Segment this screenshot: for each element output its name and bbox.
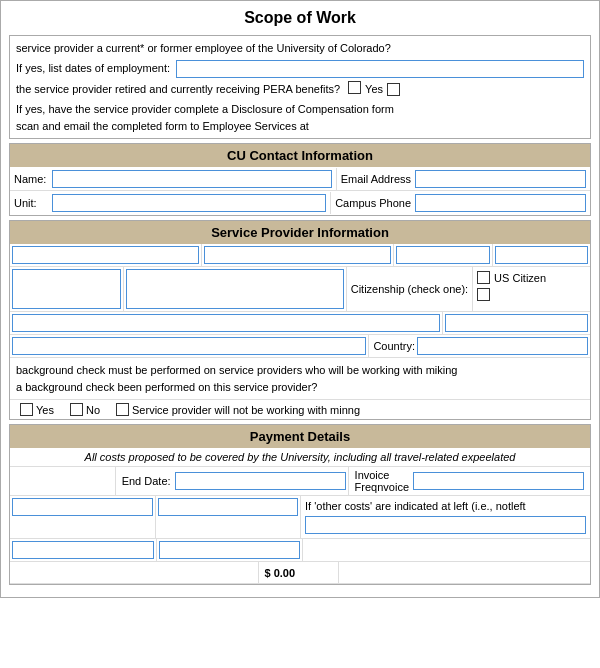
bg-yes-label: Yes [36, 404, 54, 416]
sp-cell9 [10, 335, 369, 357]
employment-row: If yes, list dates of employment: [16, 60, 584, 78]
invoice-label: Invoice Freqnvoice [355, 469, 409, 493]
bg-yes-checkbox[interactable] [20, 403, 33, 416]
invoice-input[interactable] [413, 472, 584, 490]
sp-field8[interactable] [445, 314, 588, 332]
phone-right: Campus Phone [330, 192, 590, 214]
total-amount: $ 0.00 [259, 562, 339, 583]
country-input[interactable] [417, 337, 588, 355]
pera-yes-checkbox[interactable] [348, 81, 361, 94]
name-label: Name: [10, 171, 50, 187]
sp-cell2 [202, 244, 394, 266]
sp-cell8 [443, 312, 590, 334]
bg-check-note: background check must be performed on se… [10, 358, 590, 400]
bg-no-checkbox[interactable] [70, 403, 83, 416]
us-citizen-cell: US Citizen [473, 267, 590, 311]
pera-no-checkbox[interactable] [387, 83, 400, 96]
intro-line1: service provider a current* or former em… [16, 40, 584, 57]
bg-not-working-wrap: Service provider will not be working wit… [116, 403, 360, 416]
page: Scope of Work service provider a current… [0, 0, 600, 598]
citizenship-cell: Citizenship (check one): [347, 267, 473, 311]
sp-row4: Country: [10, 335, 590, 358]
sp-options-row: Yes No Service provider will not be work… [10, 400, 590, 419]
cost-cell1 [10, 496, 156, 538]
email-label: Email Address [341, 173, 411, 185]
total-spacer [10, 562, 259, 583]
country-cell: Country: [369, 335, 590, 357]
sp-row2: Citizenship (check one): US Citizen [10, 267, 590, 312]
sp-row3 [10, 312, 590, 335]
pera-row: the service provider retired and current… [16, 81, 584, 99]
citizenship-label: Citizenship (check one): [351, 283, 468, 295]
sp-field7[interactable] [12, 314, 440, 332]
name-input[interactable] [52, 170, 331, 188]
name-row: Name: Email Address [10, 167, 590, 191]
cu-contact-header: CU Contact Information [10, 144, 590, 167]
cost-row2 [10, 539, 590, 562]
end-date-input-cell: End Date: [116, 467, 349, 495]
sp-tall-cell [10, 267, 124, 311]
other-costs-input[interactable] [305, 516, 586, 534]
cost-input3[interactable] [12, 541, 154, 559]
bg-not-working-checkbox[interactable] [116, 403, 129, 416]
payment-section: Payment Details All costs proposed to be… [9, 424, 591, 585]
employment-dates-input[interactable] [176, 60, 584, 78]
invoice-cell: Invoice Freqnvoice [349, 467, 590, 495]
sp-cell1 [10, 244, 202, 266]
email-input[interactable] [415, 170, 586, 188]
cost-input4[interactable] [159, 541, 301, 559]
payment-date-row: End Date: Invoice Freqnvoice [10, 467, 590, 496]
sp-field2[interactable] [204, 246, 391, 264]
payment-header: Payment Details [10, 425, 590, 448]
sp-cell6 [124, 267, 347, 311]
service-provider-section: Service Provider Information [9, 220, 591, 420]
us-citizen-checkbox[interactable] [477, 271, 490, 284]
employment-label: If yes, list dates of employment: [16, 60, 170, 77]
us-citizen-label: US Citizen [494, 272, 546, 284]
disclosure-line2: scan and email the completed form to Emp… [16, 118, 584, 135]
page-title: Scope of Work [9, 9, 591, 27]
end-date-input[interactable] [175, 472, 346, 490]
cost-cell4 [157, 539, 304, 561]
cost-cell3 [10, 539, 157, 561]
email-right: Email Address [336, 168, 590, 190]
bg-not-working-label: Service provider will not be working wit… [132, 404, 360, 416]
yes-label: Yes [365, 81, 383, 98]
cost-input1[interactable] [12, 498, 153, 516]
spacer-cell [303, 539, 590, 561]
pera-text: the service provider retired and current… [16, 81, 340, 98]
cost-row1: If 'other costs' are indicated at left (… [10, 496, 590, 539]
bg-note-line1: background check must be performed on se… [16, 362, 584, 379]
unit-input[interactable] [52, 194, 326, 212]
cost-input2[interactable] [158, 498, 299, 516]
sp-field9[interactable] [12, 337, 366, 355]
payment-subtitle: All costs proposed to be covered by the … [10, 448, 590, 467]
bg-no-label: No [86, 404, 100, 416]
bg-yes-wrap: Yes [20, 403, 54, 416]
intro-section: service provider a current* or former em… [9, 35, 591, 139]
sp-header: Service Provider Information [10, 221, 590, 244]
sp-cell7 [10, 312, 443, 334]
country-label: Country: [371, 340, 417, 352]
sp-field1[interactable] [12, 246, 199, 264]
phone-input[interactable] [415, 194, 586, 212]
unit-row: Unit: Campus Phone [10, 191, 590, 215]
sp-field5[interactable] [12, 269, 121, 309]
end-date-label: End Date: [118, 473, 175, 489]
disclosure-line1: If yes, have the service provider comple… [16, 101, 584, 118]
sp-field4[interactable] [495, 246, 589, 264]
total-row: $ 0.00 [10, 562, 590, 584]
sp-field3[interactable] [396, 246, 490, 264]
other-citizen-checkbox[interactable] [477, 288, 490, 301]
sp-field6[interactable] [126, 269, 344, 309]
cost-cell2 [156, 496, 302, 538]
other-costs-note: If 'other costs' are indicated at left (… [305, 500, 526, 512]
cu-contact-section: CU Contact Information Name: Email Addre… [9, 143, 591, 216]
sp-cell4 [493, 244, 591, 266]
bg-note-line2: a background check been performed on thi… [16, 379, 584, 396]
invoice-note [339, 562, 591, 583]
other-costs-note-cell: If 'other costs' are indicated at left (… [301, 496, 590, 538]
end-date-cell [10, 467, 116, 495]
sp-row1 [10, 244, 590, 267]
phone-label: Campus Phone [335, 197, 411, 209]
